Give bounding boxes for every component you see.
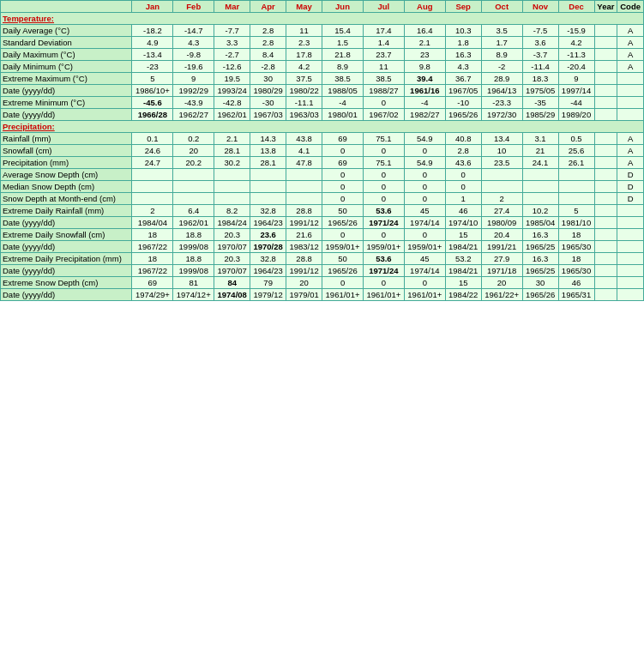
data-cell	[617, 97, 644, 109]
data-cell: 1999/08	[173, 241, 214, 253]
data-cell	[594, 133, 617, 145]
table-row: Median Snow Depth (cm)0000D	[1, 181, 644, 193]
data-cell: 1.5	[322, 37, 364, 49]
data-cell: 30	[250, 73, 286, 85]
data-cell: 1962/01	[173, 217, 214, 229]
data-cell	[617, 253, 644, 265]
table-row: Date (yyyy/dd)1984/041962/011984/241964/…	[1, 217, 644, 229]
data-cell	[617, 217, 644, 229]
table-row: Snowfall (cm)24.62028.113.84.10002.81021…	[1, 145, 644, 157]
data-cell: A	[617, 25, 644, 37]
data-cell	[594, 181, 617, 193]
data-cell: 1991/12	[286, 265, 322, 277]
data-cell: 5	[132, 73, 173, 85]
data-cell	[594, 241, 617, 253]
data-cell: A	[617, 157, 644, 169]
row-header: Date (yyyy/dd)	[1, 289, 132, 301]
table-row: Snow Depth at Month-end (cm)00012D	[1, 193, 644, 205]
data-cell: 23.5	[481, 157, 522, 169]
data-cell: 54.9	[404, 157, 445, 169]
data-cell: 20.3	[214, 229, 250, 241]
data-cell: -11.4	[522, 61, 558, 73]
data-cell: -20.4	[558, 61, 594, 73]
data-cell: 0	[322, 181, 364, 193]
data-cell: 3.1	[522, 133, 558, 145]
data-cell: 0	[404, 169, 445, 181]
data-cell: 4.3	[445, 61, 481, 73]
data-cell: 18.8	[173, 229, 214, 241]
data-cell: 1986/10+	[132, 85, 173, 97]
data-cell: 0	[363, 169, 404, 181]
data-cell: -3.7	[522, 49, 558, 61]
data-cell	[286, 193, 322, 205]
row-header: Extreme Minimum (°C)	[1, 97, 132, 109]
row-header: Median Snow Depth (cm)	[1, 181, 132, 193]
data-cell: 28.1	[250, 157, 286, 169]
data-cell: 18	[558, 229, 594, 241]
data-cell: 2	[132, 205, 173, 217]
data-cell: 19.5	[214, 73, 250, 85]
data-cell: -13.4	[132, 49, 173, 61]
data-cell: 75.1	[363, 133, 404, 145]
data-cell: -2.8	[250, 61, 286, 73]
data-cell: 32.8	[250, 205, 286, 217]
data-cell: 1965/26	[322, 265, 364, 277]
data-cell: 1972/30	[481, 109, 522, 121]
data-cell	[173, 193, 214, 205]
data-cell: 3.3	[214, 37, 250, 49]
table-row: Daily Average (°C)-18.2-14.7-7.72.81115.…	[1, 25, 644, 37]
data-cell: -44	[558, 97, 594, 109]
data-cell: 1961/01+	[322, 289, 364, 301]
data-cell: 1961/16	[404, 85, 445, 97]
data-cell	[594, 277, 617, 289]
data-cell: 28.8	[286, 205, 322, 217]
data-cell: 38.5	[363, 73, 404, 85]
data-cell	[617, 277, 644, 289]
col-year: Year	[594, 1, 617, 13]
data-cell	[286, 181, 322, 193]
data-cell: -2.7	[214, 49, 250, 61]
data-cell: 1989/20	[558, 109, 594, 121]
data-cell: 15	[445, 229, 481, 241]
data-cell: 45	[404, 205, 445, 217]
table-row: Date (yyyy/dd)1967/221999/081970/071964/…	[1, 265, 644, 277]
data-cell: 18	[558, 253, 594, 265]
table-row: Date (yyyy/dd)1986/10+1992/291993/241980…	[1, 85, 644, 97]
data-cell: 9	[173, 73, 214, 85]
data-cell	[594, 37, 617, 49]
data-cell: 1984/04	[132, 217, 173, 229]
data-cell: 15.4	[322, 25, 364, 37]
data-cell: 10.2	[522, 205, 558, 217]
data-cell: 38.5	[322, 73, 364, 85]
data-cell: 18	[132, 229, 173, 241]
data-cell: 1988/05	[322, 85, 364, 97]
row-header: Average Snow Depth (cm)	[1, 169, 132, 181]
data-cell: 1975/05	[522, 85, 558, 97]
data-cell: 1971/24	[363, 217, 404, 229]
data-cell: 36.7	[445, 73, 481, 85]
data-cell: 1985/29	[522, 109, 558, 121]
data-cell	[617, 205, 644, 217]
data-cell	[594, 109, 617, 121]
row-header: Date (yyyy/dd)	[1, 109, 132, 121]
data-cell: 69	[132, 277, 173, 289]
data-cell: 0	[322, 229, 364, 241]
data-cell: 1971/18	[481, 265, 522, 277]
data-cell: 46	[558, 277, 594, 289]
data-cell: 1962/27	[173, 109, 214, 121]
data-cell: 0	[363, 193, 404, 205]
table-row: Date (yyyy/dd)1966/281962/271962/011967/…	[1, 109, 644, 121]
data-cell: 0.1	[132, 133, 173, 145]
col-oct: Oct	[481, 1, 522, 13]
data-cell: 18	[132, 253, 173, 265]
row-header: Standard Deviation	[1, 37, 132, 49]
table-row: Precipitation (mm)24.720.230.228.147.869…	[1, 157, 644, 169]
data-cell: 27.4	[481, 205, 522, 217]
data-cell: 28.9	[481, 73, 522, 85]
data-cell: 13.8	[250, 145, 286, 157]
data-cell: 15	[445, 277, 481, 289]
data-cell	[594, 49, 617, 61]
data-cell	[594, 169, 617, 181]
data-cell	[594, 97, 617, 109]
data-cell: 1980/22	[286, 85, 322, 97]
